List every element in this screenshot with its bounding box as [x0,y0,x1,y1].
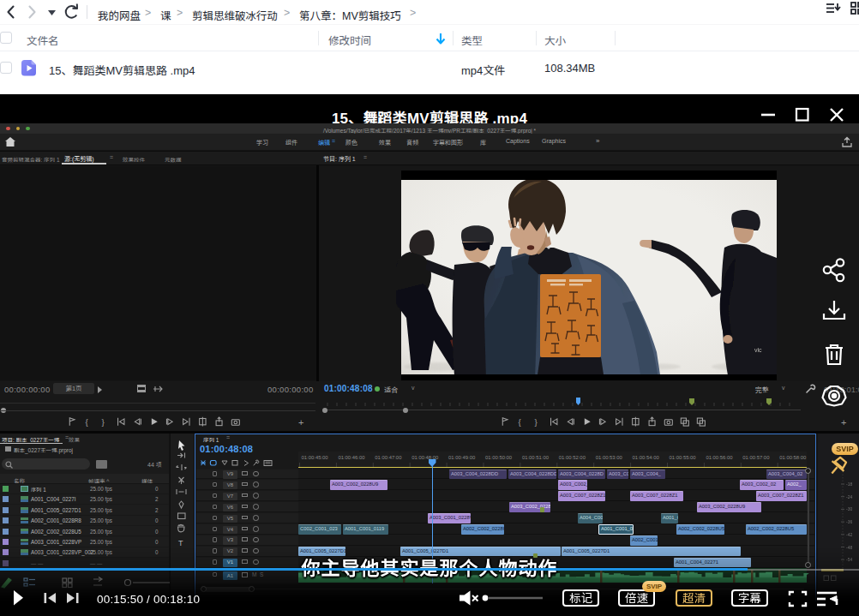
svg-text:}: } [102,417,105,427]
svg-text:01:00:47:00: 01:00:47:00 [375,455,402,460]
svg-text:T: T [178,539,183,547]
svg-text:01:00:56:00: 01:00:56:00 [706,455,733,460]
svg-text:01:00:45:00: 01:00:45:00 [302,455,329,460]
svg-text:{: { [85,417,88,427]
svg-text:{: { [518,417,521,427]
svg-text:01:00:46:00: 01:00:46:00 [338,455,365,460]
svg-text:01:00:52:00: 01:00:52:00 [559,455,586,460]
svg-text:01:00:55:00: 01:00:55:00 [670,455,697,460]
svg-text:-24: -24 [846,494,852,499]
svg-text:01:00:58:00: 01:00:58:00 [779,455,807,460]
svg-text:01:00:49:00: 01:00:49:00 [448,455,476,460]
svg-text:01:00:54:00: 01:00:54:00 [633,455,660,460]
svg-text:-36: -36 [846,519,852,524]
svg-text:01:00:57:00: 01:00:57:00 [742,455,770,460]
svg-text:01:00:53:00: 01:00:53:00 [596,455,623,460]
svg-text:}: } [535,417,538,427]
svg-text:vlc: vlc [754,347,762,353]
svg-text:01:00:50:00: 01:00:50:00 [485,455,513,460]
svg-text:01:00:51:00: 01:00:51:00 [522,455,550,460]
svg-text:-42: -42 [846,532,852,537]
svg-text:-30: -30 [846,506,852,511]
svg-text:-18: -18 [846,481,852,487]
